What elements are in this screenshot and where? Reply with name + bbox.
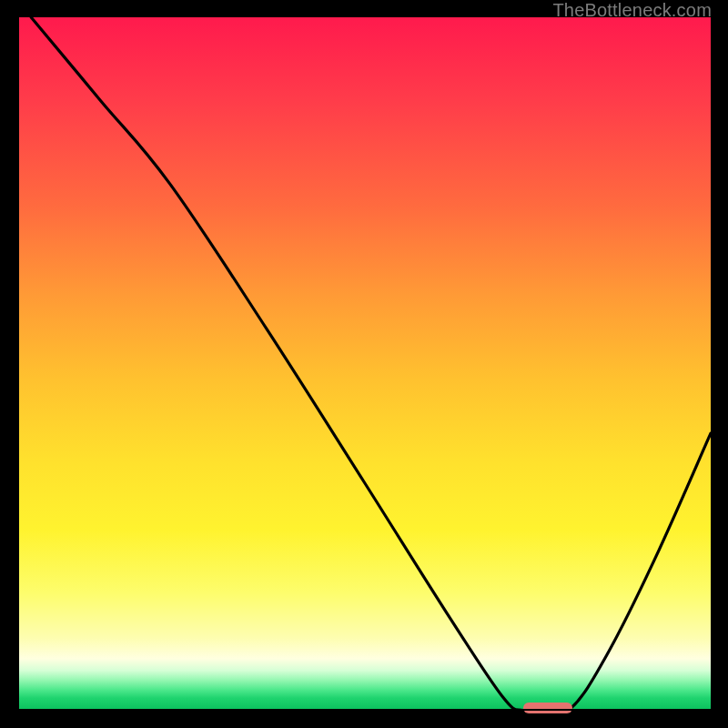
bottleneck-curve-layer — [17, 17, 711, 711]
chart-stage: TheBottleneck.com — [0, 0, 728, 728]
watermark-text: TheBottleneck.com — [552, 0, 712, 21]
y-axis-line — [17, 17, 19, 711]
optimal-range-marker — [523, 703, 571, 713]
x-axis-line — [17, 709, 711, 711]
bottleneck-curve — [31, 17, 711, 713]
